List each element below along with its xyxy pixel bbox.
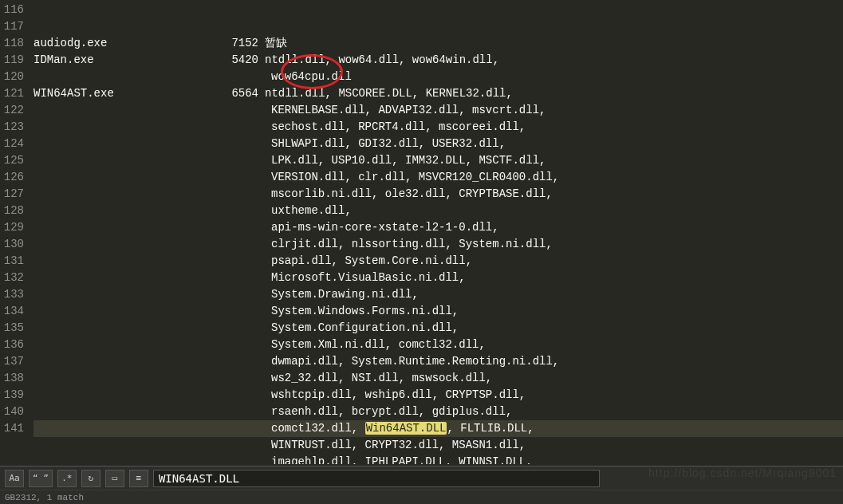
text-line[interactable]: clrjit.dll, nlssorting.dll, System.ni.dl… bbox=[33, 236, 843, 253]
dll-list: sechost.dll, RPCRT4.dll, mscoreei.dll, bbox=[271, 120, 526, 133]
search-match: Win64AST.DLL bbox=[365, 422, 447, 435]
line-number: 127 bbox=[0, 186, 24, 203]
dll-list: ntdll.dll, MSCOREE.DLL, KERNEL32.dll, bbox=[265, 87, 513, 100]
line-number: 122 bbox=[0, 102, 24, 119]
line-number: 125 bbox=[0, 152, 24, 169]
text-line[interactable]: IDMan.exe5420ntdll.dll, wow64.dll, wow64… bbox=[33, 52, 843, 69]
status-bar: GB2312, 1 match bbox=[0, 490, 843, 504]
text-line[interactable]: LPK.dll, USP10.dll, IMM32.DLL, MSCTF.dll… bbox=[33, 152, 843, 169]
dll-list: ntdll.dll, wow64.dll, wow64win.dll, bbox=[265, 53, 499, 66]
text-line[interactable]: WIN64AST.exe6564ntdll.dll, MSCOREE.DLL, … bbox=[33, 85, 843, 102]
text-line[interactable]: KERNELBASE.dll, ADVAPI32.dll, msvcrt.dll… bbox=[33, 102, 843, 119]
dll-list: comctl32.dll, bbox=[271, 422, 365, 435]
find-bar: Aa “ ” .* ↻ ▭ ≡ bbox=[0, 466, 843, 490]
process-id: 7152 bbox=[121, 35, 265, 52]
line-number: 129 bbox=[0, 219, 24, 236]
process-name: WIN64AST.exe bbox=[33, 85, 121, 102]
dll-list: KERNELBASE.dll, ADVAPI32.dll, msvcrt.dll… bbox=[271, 104, 546, 116]
text-content[interactable]: audiodg.exe7152暂缺IDMan.exe5420ntdll.dll,… bbox=[33, 0, 843, 464]
editor-area: 1161171181191201211221231241251261271281… bbox=[0, 0, 843, 464]
line-number: 123 bbox=[0, 119, 24, 136]
line-number: 116 bbox=[0, 2, 24, 18]
line-number: 138 bbox=[0, 370, 24, 387]
dll-list: Microsoft.VisualBasic.ni.dll, bbox=[271, 271, 466, 284]
line-number: 133 bbox=[0, 286, 24, 303]
line-number: 124 bbox=[0, 136, 24, 152]
text-line[interactable]: SHLWAPI.dll, GDI32.dll, USER32.dll, bbox=[33, 136, 843, 152]
line-number: 120 bbox=[0, 69, 24, 85]
text-line[interactable]: WINTRUST.dll, CRYPT32.dll, MSASN1.dll, bbox=[33, 437, 843, 454]
text-line[interactable]: comctl32.dll, Win64AST.DLL, FLTLIB.DLL, bbox=[33, 420, 843, 437]
dll-list: clrjit.dll, nlssorting.dll, System.ni.dl… bbox=[271, 238, 553, 250]
dll-list: WINTRUST.dll, CRYPT32.dll, MSASN1.dll, bbox=[271, 439, 526, 451]
find-case-toggle[interactable]: Aa bbox=[5, 470, 24, 487]
line-number: 140 bbox=[0, 404, 24, 420]
process-id: 5420 bbox=[121, 52, 265, 69]
text-line[interactable]: api-ms-win-core-xstate-l2-1-0.dll, bbox=[33, 219, 843, 236]
text-line[interactable]: wshtcpip.dll, wship6.dll, CRYPTSP.dll, bbox=[33, 387, 843, 404]
text-line[interactable]: sechost.dll, RPCRT4.dll, mscoreei.dll, bbox=[33, 119, 843, 136]
status-match-count: 1 match bbox=[47, 493, 84, 502]
text-line[interactable]: Microsoft.VisualBasic.ni.dll, bbox=[33, 270, 843, 286]
text-line[interactable]: wow64cpu.dll bbox=[33, 69, 843, 85]
status-encoding: GB2312 bbox=[5, 493, 37, 502]
line-number: 128 bbox=[0, 203, 24, 219]
dll-list: api-ms-win-core-xstate-l2-1-0.dll, bbox=[271, 221, 499, 234]
line-number: 117 bbox=[0, 18, 24, 35]
process-name: IDMan.exe bbox=[33, 52, 121, 69]
dll-list: SHLWAPI.dll, GDI32.dll, USER32.dll, bbox=[271, 137, 506, 150]
process-name: audiodg.exe bbox=[33, 35, 121, 52]
line-number: 135 bbox=[0, 320, 24, 337]
dll-list: 暂缺 bbox=[265, 37, 287, 49]
text-line[interactable]: imagehlp.dll, IPHLPAPI.DLL, WINNSI.DLL, bbox=[33, 454, 843, 464]
line-number: 136 bbox=[0, 337, 24, 353]
dll-list: ws2_32.dll, NSI.dll, mswsock.dll, bbox=[271, 372, 492, 384]
line-number: 121 bbox=[0, 85, 24, 102]
dll-list: imagehlp.dll, IPHLPAPI.DLL, WINNSI.DLL, bbox=[271, 455, 533, 464]
dll-list: System.Configuration.ni.dll, bbox=[271, 321, 459, 334]
dll-list: System.Drawing.ni.dll, bbox=[271, 288, 419, 301]
line-number: 132 bbox=[0, 270, 24, 286]
text-line[interactable]: uxtheme.dll, bbox=[33, 203, 843, 219]
find-input[interactable] bbox=[153, 470, 600, 487]
dll-list: mscorlib.ni.dll, ole32.dll, CRYPTBASE.dl… bbox=[271, 187, 553, 200]
line-number: 141 bbox=[0, 420, 24, 437]
line-number: 131 bbox=[0, 253, 24, 270]
find-in-selection-toggle[interactable]: ▭ bbox=[105, 470, 124, 487]
line-number: 137 bbox=[0, 353, 24, 370]
line-number: 139 bbox=[0, 387, 24, 404]
dll-list: rsaenh.dll, bcrypt.dll, gdiplus.dll, bbox=[271, 405, 512, 418]
text-line[interactable]: mscorlib.ni.dll, ole32.dll, CRYPTBASE.dl… bbox=[33, 186, 843, 203]
dll-list: wow64cpu.dll bbox=[271, 70, 352, 83]
dll-list: System.Windows.Forms.ni.dll, bbox=[271, 305, 459, 317]
find-wrap-toggle[interactable]: ↻ bbox=[81, 470, 100, 487]
dll-list: dwmapi.dll, System.Runtime.Remoting.ni.d… bbox=[271, 355, 559, 368]
text-line[interactable]: rsaenh.dll, bcrypt.dll, gdiplus.dll, bbox=[33, 404, 843, 420]
text-line[interactable]: System.Windows.Forms.ni.dll, bbox=[33, 303, 843, 320]
dll-list: wshtcpip.dll, wship6.dll, CRYPTSP.dll, bbox=[271, 388, 526, 401]
text-line[interactable]: ws2_32.dll, NSI.dll, mswsock.dll, bbox=[33, 370, 843, 387]
line-number: 118 bbox=[0, 35, 24, 52]
text-line[interactable]: VERSION.dll, clr.dll, MSVCR120_CLR0400.d… bbox=[33, 169, 843, 186]
dll-list: LPK.dll, USP10.dll, IMM32.DLL, MSCTF.dll… bbox=[271, 154, 546, 167]
dll-list: , FLTLIB.DLL, bbox=[447, 422, 534, 435]
text-line[interactable]: audiodg.exe7152暂缺 bbox=[33, 35, 843, 52]
process-id: 6564 bbox=[121, 85, 265, 102]
text-line[interactable]: dwmapi.dll, System.Runtime.Remoting.ni.d… bbox=[33, 353, 843, 370]
line-number: 119 bbox=[0, 52, 24, 69]
line-number: 130 bbox=[0, 236, 24, 253]
dll-list: VERSION.dll, clr.dll, MSVCR120_CLR0400.d… bbox=[271, 171, 559, 183]
dll-list: uxtheme.dll, bbox=[271, 204, 352, 217]
text-line[interactable]: psapi.dll, System.Core.ni.dll, bbox=[33, 253, 843, 270]
find-highlight-toggle[interactable]: ≡ bbox=[129, 470, 148, 487]
text-line[interactable]: System.Xml.ni.dll, comctl32.dll, bbox=[33, 337, 843, 353]
find-whole-word-toggle[interactable]: “ ” bbox=[29, 470, 53, 487]
text-line[interactable]: System.Configuration.ni.dll, bbox=[33, 320, 843, 337]
line-number-gutter: 1161171181191201211221231241251261271281… bbox=[0, 0, 33, 464]
line-number: 126 bbox=[0, 169, 24, 186]
dll-list: System.Xml.ni.dll, comctl32.dll, bbox=[271, 338, 486, 351]
text-line[interactable]: System.Drawing.ni.dll, bbox=[33, 286, 843, 303]
dll-list: psapi.dll, System.Core.ni.dll, bbox=[271, 254, 472, 267]
line-number: 134 bbox=[0, 303, 24, 320]
find-regex-toggle[interactable]: .* bbox=[57, 470, 77, 487]
